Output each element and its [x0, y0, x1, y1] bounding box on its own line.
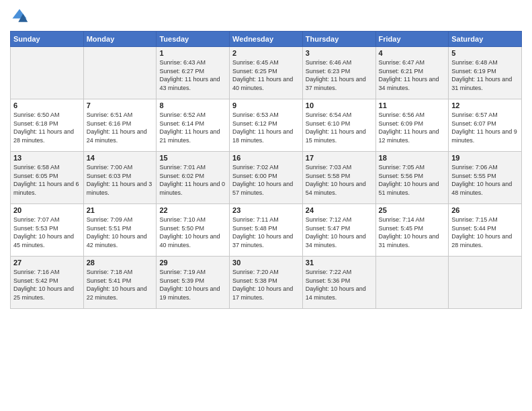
- cell-2-2: 7Sunrise: 6:51 AM Sunset: 6:16 PM Daylig…: [83, 99, 157, 152]
- day-number: 11: [379, 101, 446, 109]
- cell-1-4: 2Sunrise: 6:45 AM Sunset: 6:25 PM Daylig…: [230, 47, 303, 99]
- cell-3-7: 19Sunrise: 7:06 AM Sunset: 5:55 PM Dayli…: [449, 152, 522, 204]
- day-number: 8: [159, 101, 226, 109]
- logo-icon: [10, 7, 29, 26]
- cell-info: Sunrise: 7:12 AM Sunset: 5:47 PM Dayligh…: [306, 216, 373, 249]
- day-header-sunday: Sunday: [11, 32, 84, 47]
- day-number: 1: [159, 49, 226, 57]
- day-number: 25: [379, 206, 446, 214]
- cell-3-4: 16Sunrise: 7:02 AM Sunset: 6:00 PM Dayli…: [230, 152, 303, 204]
- cell-info: Sunrise: 7:14 AM Sunset: 5:45 PM Dayligh…: [379, 216, 446, 249]
- day-header-wednesday: Wednesday: [230, 32, 303, 47]
- day-number: 19: [451, 154, 519, 162]
- day-number: 5: [451, 49, 519, 57]
- cell-info: Sunrise: 7:11 AM Sunset: 5:48 PM Dayligh…: [232, 216, 300, 249]
- cell-info: Sunrise: 7:19 AM Sunset: 5:39 PM Dayligh…: [159, 268, 226, 302]
- cell-5-6: [375, 257, 449, 309]
- cell-info: Sunrise: 6:43 AM Sunset: 6:27 PM Dayligh…: [159, 58, 226, 92]
- cell-5-5: 31Sunrise: 7:22 AM Sunset: 5:36 PM Dayli…: [302, 257, 375, 309]
- cell-info: Sunrise: 6:52 AM Sunset: 6:14 PM Dayligh…: [159, 111, 226, 144]
- day-number: 28: [87, 259, 154, 267]
- day-number: 7: [87, 101, 154, 109]
- cell-info: Sunrise: 6:56 AM Sunset: 6:09 PM Dayligh…: [379, 111, 446, 144]
- day-number: 27: [13, 259, 81, 267]
- cell-3-5: 17Sunrise: 7:03 AM Sunset: 5:58 PM Dayli…: [302, 152, 375, 204]
- cell-info: Sunrise: 6:46 AM Sunset: 6:23 PM Dayligh…: [306, 58, 373, 92]
- cell-1-7: 5Sunrise: 6:48 AM Sunset: 6:19 PM Daylig…: [449, 47, 522, 99]
- week-row-4: 20Sunrise: 7:07 AM Sunset: 5:53 PM Dayli…: [11, 204, 522, 257]
- cell-2-4: 9Sunrise: 6:53 AM Sunset: 6:12 PM Daylig…: [230, 99, 303, 152]
- calendar-table: SundayMondayTuesdayWednesdayThursdayFrid…: [10, 31, 522, 309]
- cell-5-3: 29Sunrise: 7:19 AM Sunset: 5:39 PM Dayli…: [157, 257, 230, 309]
- cell-3-6: 18Sunrise: 7:05 AM Sunset: 5:56 PM Dayli…: [375, 152, 449, 204]
- day-number: 16: [232, 154, 300, 162]
- cell-4-4: 23Sunrise: 7:11 AM Sunset: 5:48 PM Dayli…: [230, 204, 303, 257]
- day-number: 26: [451, 206, 519, 214]
- cell-4-7: 26Sunrise: 7:15 AM Sunset: 5:44 PM Dayli…: [449, 204, 522, 257]
- cell-info: Sunrise: 7:05 AM Sunset: 5:56 PM Dayligh…: [379, 163, 446, 197]
- cell-3-3: 15Sunrise: 7:01 AM Sunset: 6:02 PM Dayli…: [157, 152, 230, 204]
- cell-info: Sunrise: 7:18 AM Sunset: 5:41 PM Dayligh…: [87, 268, 154, 302]
- day-number: 12: [451, 101, 519, 109]
- cell-info: Sunrise: 6:50 AM Sunset: 6:18 PM Dayligh…: [13, 111, 81, 144]
- day-number: 21: [87, 206, 154, 214]
- day-header-tuesday: Tuesday: [157, 32, 230, 47]
- day-number: 10: [306, 101, 373, 109]
- cell-info: Sunrise: 7:20 AM Sunset: 5:38 PM Dayligh…: [232, 268, 300, 302]
- cell-info: Sunrise: 6:47 AM Sunset: 6:21 PM Dayligh…: [379, 58, 446, 92]
- day-number: 29: [159, 259, 226, 267]
- day-number: 30: [232, 259, 300, 267]
- cell-info: Sunrise: 7:02 AM Sunset: 6:00 PM Dayligh…: [232, 163, 300, 197]
- cell-4-6: 25Sunrise: 7:14 AM Sunset: 5:45 PM Dayli…: [375, 204, 449, 257]
- cell-2-7: 12Sunrise: 6:57 AM Sunset: 6:07 PM Dayli…: [449, 99, 522, 152]
- cell-info: Sunrise: 6:53 AM Sunset: 6:12 PM Dayligh…: [232, 111, 300, 144]
- cell-1-2: [83, 47, 157, 99]
- cell-4-1: 20Sunrise: 7:07 AM Sunset: 5:53 PM Dayli…: [11, 204, 84, 257]
- day-number: 2: [232, 49, 300, 57]
- cell-info: Sunrise: 6:48 AM Sunset: 6:19 PM Dayligh…: [451, 58, 519, 92]
- logo: [10, 7, 32, 26]
- cell-5-7: [449, 257, 522, 309]
- day-number: 20: [13, 206, 81, 214]
- header: [10, 7, 522, 26]
- day-number: 14: [87, 154, 154, 162]
- cell-3-1: 13Sunrise: 6:58 AM Sunset: 6:05 PM Dayli…: [11, 152, 84, 204]
- day-header-monday: Monday: [83, 32, 157, 47]
- day-number: 18: [379, 154, 446, 162]
- day-number: 9: [232, 101, 300, 109]
- cell-info: Sunrise: 7:15 AM Sunset: 5:44 PM Dayligh…: [451, 216, 519, 249]
- day-number: 24: [306, 206, 373, 214]
- cell-info: Sunrise: 7:01 AM Sunset: 6:02 PM Dayligh…: [159, 163, 226, 197]
- cell-info: Sunrise: 7:10 AM Sunset: 5:50 PM Dayligh…: [159, 216, 226, 249]
- page: SundayMondayTuesdayWednesdayThursdayFrid…: [0, 0, 532, 411]
- day-number: 17: [306, 154, 373, 162]
- cell-info: Sunrise: 6:54 AM Sunset: 6:10 PM Dayligh…: [306, 111, 373, 144]
- cell-1-6: 4Sunrise: 6:47 AM Sunset: 6:21 PM Daylig…: [375, 47, 449, 99]
- cell-info: Sunrise: 7:22 AM Sunset: 5:36 PM Dayligh…: [306, 268, 373, 302]
- cell-4-3: 22Sunrise: 7:10 AM Sunset: 5:50 PM Dayli…: [157, 204, 230, 257]
- cell-2-5: 10Sunrise: 6:54 AM Sunset: 6:10 PM Dayli…: [302, 99, 375, 152]
- cell-4-5: 24Sunrise: 7:12 AM Sunset: 5:47 PM Dayli…: [302, 204, 375, 257]
- day-number: 4: [379, 49, 446, 57]
- week-row-5: 27Sunrise: 7:16 AM Sunset: 5:42 PM Dayli…: [11, 257, 522, 309]
- day-number: 22: [159, 206, 226, 214]
- cell-2-6: 11Sunrise: 6:56 AM Sunset: 6:09 PM Dayli…: [375, 99, 449, 152]
- cell-info: Sunrise: 7:03 AM Sunset: 5:58 PM Dayligh…: [306, 163, 373, 197]
- day-header-thursday: Thursday: [302, 32, 375, 47]
- cell-1-3: 1Sunrise: 6:43 AM Sunset: 6:27 PM Daylig…: [157, 47, 230, 99]
- cell-3-2: 14Sunrise: 7:00 AM Sunset: 6:03 PM Dayli…: [83, 152, 157, 204]
- week-row-3: 13Sunrise: 6:58 AM Sunset: 6:05 PM Dayli…: [11, 152, 522, 204]
- cell-info: Sunrise: 7:09 AM Sunset: 5:51 PM Dayligh…: [87, 216, 154, 249]
- cell-1-1: [11, 47, 84, 99]
- cell-1-5: 3Sunrise: 6:46 AM Sunset: 6:23 PM Daylig…: [302, 47, 375, 99]
- week-row-1: 1Sunrise: 6:43 AM Sunset: 6:27 PM Daylig…: [11, 47, 522, 99]
- cell-2-3: 8Sunrise: 6:52 AM Sunset: 6:14 PM Daylig…: [157, 99, 230, 152]
- day-number: 15: [159, 154, 226, 162]
- day-number: 31: [306, 259, 373, 267]
- day-number: 23: [232, 206, 300, 214]
- day-number: 3: [306, 49, 373, 57]
- week-row-2: 6Sunrise: 6:50 AM Sunset: 6:18 PM Daylig…: [11, 99, 522, 152]
- cell-info: Sunrise: 6:51 AM Sunset: 6:16 PM Dayligh…: [87, 111, 154, 144]
- cell-5-4: 30Sunrise: 7:20 AM Sunset: 5:38 PM Dayli…: [230, 257, 303, 309]
- cell-4-2: 21Sunrise: 7:09 AM Sunset: 5:51 PM Dayli…: [83, 204, 157, 257]
